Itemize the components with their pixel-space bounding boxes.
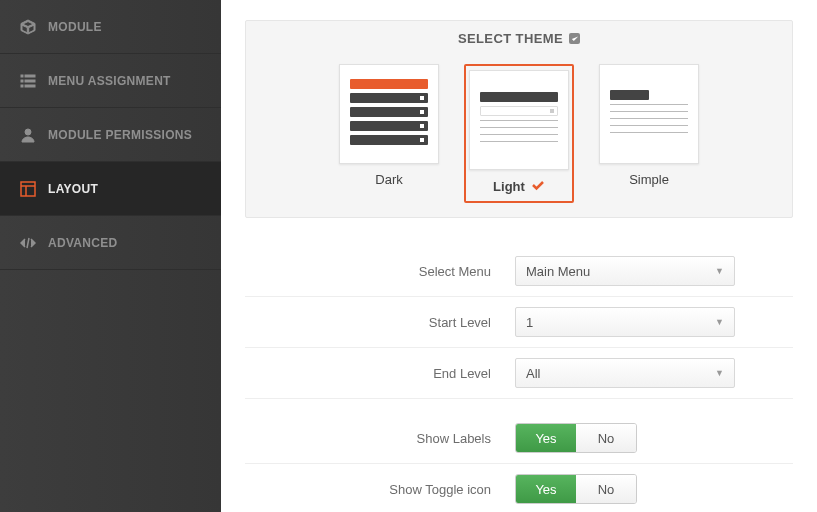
sidebar-item-advanced[interactable]: ADVANCED [0,216,221,270]
sidebar-item-module-permissions[interactable]: MODULE PERMISSIONS [0,108,221,162]
sidebar-item-label: MODULE [48,20,102,34]
theme-thumbnail-dark [339,64,439,164]
show-toggle-icon-toggle[interactable]: Yes No [515,474,637,504]
sidebar-item-module[interactable]: MODULE [0,0,221,54]
svg-rect-1 [25,75,35,77]
theme-selector: SELECT THEME Dark [245,20,793,218]
theme-title: SELECT THEME [246,31,792,46]
sidebar-item-menu-assignment[interactable]: MENU ASSIGNMENT [0,54,221,108]
layout-icon [20,181,36,197]
theme-thumbnail-simple [599,64,699,164]
label-end-level: End Level [245,366,515,381]
select-value: 1 [526,315,533,330]
svg-rect-5 [25,85,35,87]
theme-option-dark[interactable]: Dark [334,64,444,203]
label-show-labels: Show Labels [245,431,515,446]
main-content: SELECT THEME Dark [221,0,817,512]
sidebar-item-label: LAYOUT [48,182,98,196]
chevron-down-icon: ▼ [715,368,724,378]
svg-rect-3 [25,80,35,82]
chevron-down-icon: ▼ [715,266,724,276]
start-level-dropdown[interactable]: 1 ▼ [515,307,735,337]
show-labels-toggle[interactable]: Yes No [515,423,637,453]
chevron-down-icon: ▼ [715,317,724,327]
end-level-dropdown[interactable]: All ▼ [515,358,735,388]
row-show-labels: Show Labels Yes No [245,413,793,464]
theme-label: Light [493,179,525,194]
cube-icon [20,19,36,35]
theme-label: Simple [629,172,669,187]
toggle-no[interactable]: No [576,475,636,503]
checkbox-icon [569,33,580,44]
label-show-toggle-icon: Show Toggle icon [245,482,515,497]
theme-title-text: SELECT THEME [458,31,563,46]
select-value: All [526,366,540,381]
row-start-level: Start Level 1 ▼ [245,297,793,348]
sidebar-item-layout[interactable]: LAYOUT [0,162,221,216]
select-value: Main Menu [526,264,590,279]
toggle-yes[interactable]: Yes [516,475,576,503]
theme-option-light[interactable]: Light [464,64,574,203]
code-icon [20,235,36,251]
svg-rect-2 [21,80,23,82]
svg-rect-4 [21,85,23,87]
row-show-toggle-icon: Show Toggle icon Yes No [245,464,793,512]
list-icon [20,73,36,89]
svg-point-6 [25,129,31,135]
row-select-menu: Select Menu Main Menu ▼ [245,246,793,297]
sidebar-item-label: MENU ASSIGNMENT [48,74,171,88]
select-menu-dropdown[interactable]: Main Menu ▼ [515,256,735,286]
sidebar: MODULE MENU ASSIGNMENT MODULE PERMISSION… [0,0,221,512]
theme-option-simple[interactable]: Simple [594,64,704,203]
check-icon [531,178,545,195]
user-icon [20,127,36,143]
toggle-yes[interactable]: Yes [516,424,576,452]
toggle-no[interactable]: No [576,424,636,452]
svg-rect-0 [21,75,23,77]
theme-label: Dark [375,172,402,187]
label-select-menu: Select Menu [245,264,515,279]
svg-rect-7 [21,182,35,196]
sidebar-item-label: ADVANCED [48,236,118,250]
sidebar-item-label: MODULE PERMISSIONS [48,128,192,142]
row-end-level: End Level All ▼ [245,348,793,399]
theme-thumbnail-light [469,70,569,170]
label-start-level: Start Level [245,315,515,330]
